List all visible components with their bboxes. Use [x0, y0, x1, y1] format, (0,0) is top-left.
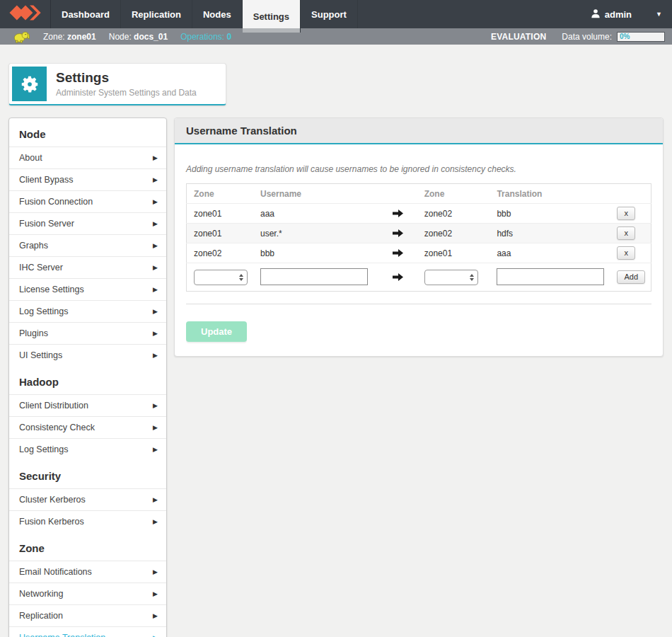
sidebar-item-license-settings[interactable]: License Settings▶ [9, 278, 166, 300]
node-value: docs_01 [134, 32, 168, 42]
chevron-right-icon: ▶ [153, 496, 158, 503]
username-translation-table: Zone Username Zone Translation zone01 aa… [186, 183, 651, 292]
remove-translation-button[interactable]: x [617, 226, 635, 240]
sidebar-item-fusion-kerberos[interactable]: Fusion Kerberos▶ [9, 510, 166, 532]
wandisco-logo-icon [9, 4, 42, 25]
remove-translation-button[interactable]: x [617, 246, 635, 260]
chevron-right-icon: ▶ [153, 308, 158, 315]
panel-title: Username Translation [175, 118, 663, 144]
panel-description: Adding username translation will cause u… [186, 164, 651, 174]
sidebar-item-client-bypass[interactable]: Client Bypass▶ [9, 168, 166, 190]
table-row: zone01 user.* zone02 hdfs x [187, 224, 651, 243]
column-header-zone2: Zone [417, 184, 490, 204]
sidebar-item-log-settings-hadoop[interactable]: Log Settings▶ [9, 438, 166, 460]
chevron-right-icon: ▶ [153, 402, 158, 409]
page-subtitle: Administer System Settings and Data [56, 88, 197, 98]
cell-zone: zone02 [187, 243, 254, 263]
username-translation-panel: Username Translation Adding username tra… [174, 117, 664, 357]
user-dropdown-caret-icon[interactable]: ▼ [656, 11, 662, 18]
user-name: admin [605, 9, 632, 20]
sidebar-item-log-settings-node[interactable]: Log Settings▶ [9, 300, 166, 322]
new-username-input[interactable] [260, 268, 368, 285]
nav-tab-replication[interactable]: Replication [121, 0, 192, 28]
column-header-username: Username [253, 184, 386, 204]
sidebar-item-networking[interactable]: Networking▶ [9, 583, 166, 604]
table-row: zone02 bbb zone01 aaa x [187, 243, 651, 263]
cell-to-zone: zone02 [417, 224, 490, 243]
top-navigation: Dashboard Replication Nodes Settings Sup… [0, 0, 672, 28]
data-volume-label: Data volume: [562, 32, 612, 42]
new-zone-select[interactable] [194, 270, 248, 285]
cell-username: bbb [253, 243, 386, 263]
sidebar-section-zone: Zone [9, 532, 166, 561]
zone-value: zone01 [67, 32, 96, 42]
operations-indicator[interactable]: Operations: 0 [180, 32, 231, 42]
table-header-row: Zone Username Zone Translation [187, 184, 651, 204]
data-volume: Data volume: 0% [562, 32, 665, 42]
nav-tab-nodes[interactable]: Nodes [192, 0, 243, 28]
nav-tabs: Dashboard Replication Nodes Settings Sup… [51, 0, 358, 28]
hadoop-elephant-icon [13, 30, 30, 43]
chevron-right-icon: ▶ [153, 242, 158, 249]
zone-indicator: Zone: zone01 [43, 32, 96, 42]
sidebar-item-plugins[interactable]: Plugins▶ [9, 322, 166, 344]
select-spinner-icon [470, 274, 474, 281]
cell-username: user.* [253, 224, 386, 243]
chevron-right-icon: ▶ [153, 176, 158, 183]
chevron-right-icon: ▶ [153, 198, 158, 205]
right-arrow-icon [386, 243, 417, 263]
right-arrow-icon [386, 204, 417, 224]
sidebar-item-username-translation[interactable]: Username Translation▶ [9, 626, 166, 637]
chevron-right-icon: ▶ [153, 590, 158, 597]
sidebar-item-fusion-server[interactable]: Fusion Server▶ [9, 212, 166, 234]
cell-translation: bbb [489, 204, 610, 224]
sidebar-item-client-distribution[interactable]: Client Distribution▶ [9, 394, 166, 416]
chevron-right-icon: ▶ [153, 446, 158, 453]
add-translation-row: Add [187, 263, 651, 292]
evaluation-badge: EVALUATION [491, 32, 546, 42]
nav-tab-settings[interactable]: Settings [243, 0, 301, 33]
chevron-right-icon: ▶ [153, 154, 158, 161]
chevron-right-icon: ▶ [153, 352, 158, 359]
new-translation-input[interactable] [497, 268, 604, 285]
user-icon [591, 8, 601, 21]
nav-tab-support[interactable]: Support [301, 0, 358, 28]
sidebar-item-email-notifications[interactable]: Email Notifications▶ [9, 561, 166, 583]
sidebar-item-cluster-kerberos[interactable]: Cluster Kerberos▶ [9, 488, 166, 510]
page-title: Settings [56, 70, 197, 86]
sidebar-section-security: Security [9, 460, 166, 488]
sidebar-item-ui-settings[interactable]: UI Settings▶ [9, 344, 166, 366]
chevron-right-icon: ▶ [153, 518, 158, 525]
chevron-right-icon: ▶ [153, 634, 158, 637]
cell-zone: zone01 [187, 204, 254, 224]
chevron-right-icon: ▶ [153, 424, 158, 431]
new-to-zone-select[interactable] [424, 270, 478, 285]
operations-count: 0 [227, 32, 232, 42]
cell-username: aaa [253, 204, 386, 224]
chevron-right-icon: ▶ [153, 220, 158, 227]
sidebar-item-replication[interactable]: Replication▶ [9, 604, 166, 626]
status-bar: Zone: zone01 Node: docs_01 Operations: 0… [0, 28, 672, 45]
chevron-right-icon: ▶ [153, 264, 158, 271]
sidebar-item-fusion-connection[interactable]: Fusion Connection▶ [9, 190, 166, 212]
add-translation-button[interactable]: Add [617, 270, 645, 284]
sidebar-item-about[interactable]: About▶ [9, 147, 166, 168]
remove-translation-button[interactable]: x [617, 207, 635, 220]
chevron-right-icon: ▶ [153, 286, 158, 293]
node-indicator: Node: docs_01 [109, 32, 168, 42]
nav-tab-dashboard[interactable]: Dashboard [51, 0, 121, 28]
sidebar-item-ihc-server[interactable]: IHC Server▶ [9, 256, 166, 278]
sidebar-section-hadoop: Hadoop [9, 366, 166, 394]
sidebar-item-consistency-check[interactable]: Consistency Check▶ [9, 416, 166, 438]
chevron-right-icon: ▶ [153, 568, 158, 575]
sidebar-item-graphs[interactable]: Graphs▶ [9, 234, 166, 256]
update-button[interactable]: Update [186, 321, 247, 342]
cell-to-zone: zone02 [417, 204, 490, 224]
nav-user-area: admin ▼ [591, 0, 672, 28]
right-arrow-icon [386, 224, 417, 243]
divider [186, 304, 651, 304]
select-spinner-icon [239, 274, 243, 281]
user-menu[interactable]: admin [591, 8, 632, 21]
brand-logo[interactable] [0, 0, 51, 28]
settings-sidebar: Node About▶ Client Bypass▶ Fusion Connec… [8, 117, 167, 637]
